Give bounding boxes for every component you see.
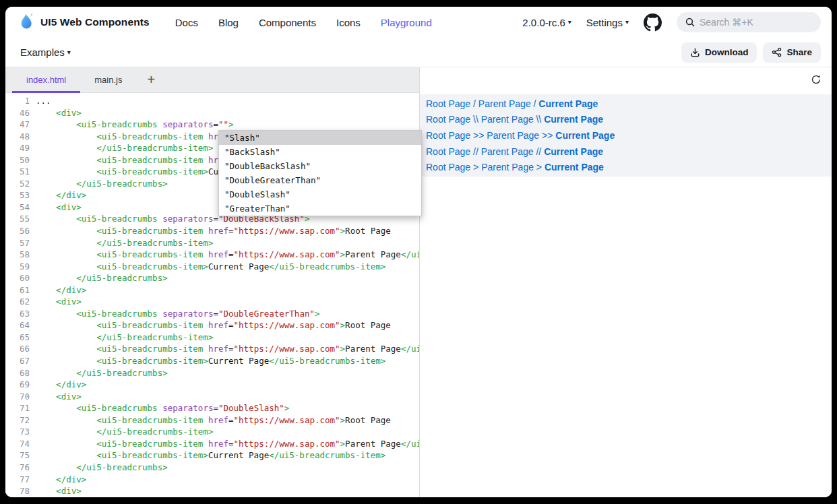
breadcrumb-link[interactable]: Parent Page [481,146,534,157]
examples-menu[interactable]: Examples ▾ [20,46,71,58]
breadcrumb-separator: > [470,162,481,172]
download-button[interactable]: Download [681,42,757,63]
code-line: 76 </ui5-breadcrumbs> [5,462,419,474]
code-line: 69 </div> [5,379,419,391]
breadcrumb-link[interactable]: Root Page [426,98,470,109]
code-text: <ui5-breadcrumbs-item>Current Page</ui5-… [36,355,385,367]
code-text: <ui5-breadcrumbs-item>Current Page</ui5-… [36,261,385,273]
code-line: 73 </ui5-breadcrumbs-item> [5,426,419,438]
code-text: <ui5-breadcrumbs-item href="https://www.… [36,249,419,261]
code-text: <div> [36,296,82,308]
breadcrumb-current: Current Page [545,162,604,172]
chevron-down-icon: ▾ [67,49,71,56]
breadcrumb-separator: // [470,146,481,157]
breadcrumb-link[interactable]: Parent Page [478,98,531,109]
breadcrumb-link[interactable]: Root Page [426,146,470,157]
share-icon [772,47,782,57]
line-number: 66 [5,343,36,355]
breadcrumb-link[interactable]: Root Page [426,130,470,141]
new-tab-button[interactable]: + [136,67,166,92]
tab-index-html[interactable]: index.html [12,67,80,92]
line-number: 75 [5,449,36,462]
breadcrumb-link[interactable]: Root Page [426,162,470,172]
line-number: 52 [5,178,36,190]
breadcrumb-link[interactable]: Parent Page [481,162,534,172]
code-line: 65 </ui5-breadcrumbs-item> [5,332,419,344]
version-label: 2.0.0-rc.6 [522,17,565,28]
autocomplete-dropdown: "Slash""BackSlash""DoubleBackSlash""Doub… [218,130,422,216]
chevron-down-icon: ▾ [625,19,629,26]
breadcrumb-separator: >> [470,130,487,141]
refresh-button[interactable] [811,74,822,88]
code-text: </ui5-breadcrumbs> [36,178,168,190]
breadcrumb-row: Root Page >> Parent Page >> Current Page [420,127,832,144]
examples-toolbar: Examples ▾ Download Share [5,38,832,67]
code-text: <ui5-breadcrumbs-item href="https://www.… [36,438,419,450]
breadcrumb-current: Current Page [544,114,603,125]
autocomplete-option[interactable]: "BackSlash" [219,145,421,159]
line-number: 62 [5,296,36,308]
nav-item-playground[interactable]: Playground [381,17,432,28]
breadcrumb-link[interactable]: Parent Page [481,114,534,125]
line-number: 77 [5,474,36,486]
version-menu[interactable]: 2.0.0-rc.6 ▾ [522,17,571,28]
header-right: 2.0.0-rc.6 ▾ Settings ▾ [522,12,821,32]
breadcrumb-separator: // [534,146,545,157]
line-number: 48 [5,131,36,143]
search-box [677,12,821,32]
brand[interactable]: UI5 Web Components [20,12,150,33]
autocomplete-option[interactable]: "GreaterThan" [219,201,421,216]
preview-pane: Root Page / Parent Page / Current PageRo… [420,67,832,497]
breadcrumb-current: Current Page [555,130,615,141]
autocomplete-option[interactable]: "Slash" [219,131,421,145]
code-text: <div> [36,485,82,497]
code-text: <ui5-breadcrumbs-item>Current Page</ui5-… [36,449,385,462]
code-line: 72 <ui5-breadcrumbs-item href="https://w… [5,414,419,427]
share-button[interactable]: Share [763,42,821,63]
breadcrumb-separator: > [534,162,545,172]
line-number: 55 [5,213,36,225]
nav-item-components[interactable]: Components [259,17,316,28]
code-line: 68 </ui5-breadcrumbs> [5,367,419,379]
breadcrumb-link[interactable]: Root Page [426,114,470,125]
github-link[interactable] [644,13,662,32]
code-line: 74 <ui5-breadcrumbs-item href="https://w… [5,438,419,450]
autocomplete-option[interactable]: "DoubleGreaterThan" [219,173,421,187]
autocomplete-option[interactable]: "DoubleBackSlash" [219,159,421,173]
app-window: UI5 Web Components DocsBlogComponentsIco… [5,7,832,497]
github-mark-icon [644,13,662,32]
code-text: <div> [36,201,82,214]
code-text: <ui5-breadcrumbs separators="DoubleSlash… [36,402,289,414]
code-line: 46 <div> [5,107,419,119]
breadcrumb-separator: >> [539,130,555,141]
code-text: </div> [36,284,86,296]
code-line: 64 <ui5-breadcrumbs-item href="https://w… [5,319,419,332]
tab-main-js[interactable]: main.js [80,67,136,92]
line-number: 76 [5,462,36,474]
brand-title: UI5 Web Components [40,16,150,28]
code-line: 59 <ui5-breadcrumbs-item>Current Page</u… [5,261,419,273]
download-label: Download [705,47,749,57]
breadcrumb-current: Current Page [538,98,598,109]
autocomplete-option[interactable]: "DoubleSlash" [219,187,421,201]
nav-item-docs[interactable]: Docs [175,17,198,28]
line-number: 73 [5,426,36,438]
code-line: 75 <ui5-breadcrumbs-item>Current Page</u… [5,449,419,462]
nav-item-blog[interactable]: Blog [218,17,239,28]
chevron-down-icon: ▾ [568,19,571,26]
search-input[interactable] [677,12,821,32]
breadcrumb-separator: / [531,98,539,109]
magnifier-icon [685,17,695,30]
code-text: </ui5-breadcrumbs> [36,367,168,379]
line-number: 70 [5,391,36,403]
breadcrumb-row: Root Page / Parent Page / Current Page [420,96,832,112]
line-number: 64 [5,319,36,332]
code-text: </div> [36,379,86,391]
editor-tabbar: index.htmlmain.js+ [5,67,419,93]
line-number: 63 [5,308,36,320]
code-text: <div> [36,391,82,403]
breadcrumb-link[interactable]: Parent Page [487,130,539,141]
nav-item-icons[interactable]: Icons [336,17,361,28]
settings-menu[interactable]: Settings ▾ [586,17,629,28]
code-line: 78 <div> [5,485,419,497]
